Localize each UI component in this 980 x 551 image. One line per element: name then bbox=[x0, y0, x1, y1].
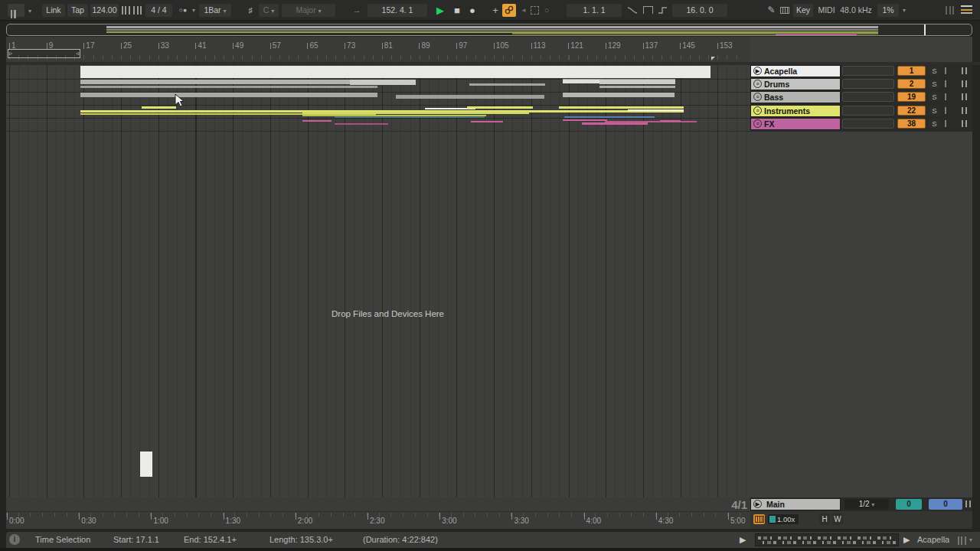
groove-bars-icon[interactable] bbox=[133, 6, 142, 15]
track-header-row[interactable]: ≡Drums2S bbox=[750, 78, 972, 90]
stop-button[interactable]: ■ bbox=[451, 4, 463, 17]
session-link-button[interactable] bbox=[502, 4, 516, 17]
scale-name-menu[interactable]: Major ▾ bbox=[282, 4, 335, 17]
groove-bars-icon[interactable] bbox=[122, 6, 130, 15]
arrangement-clip[interactable] bbox=[467, 106, 533, 109]
group-fold-icon[interactable]: ≡ bbox=[753, 80, 762, 88]
optimize-height-button[interactable]: H bbox=[819, 514, 830, 525]
solo-button[interactable]: S bbox=[929, 92, 940, 102]
arrangement-clip[interactable] bbox=[80, 93, 377, 97]
arrangement-clip[interactable] bbox=[559, 106, 684, 109]
loop-toggle-icon[interactable]: ○ bbox=[542, 4, 551, 17]
automation-box[interactable] bbox=[842, 92, 894, 102]
automation-box[interactable] bbox=[842, 119, 894, 129]
arrangement-clip[interactable] bbox=[628, 109, 684, 111]
chevron-down-icon[interactable]: ▾ bbox=[969, 536, 972, 543]
solo-button[interactable]: S bbox=[929, 106, 940, 116]
draw-mode-button[interactable]: ✎ bbox=[766, 4, 777, 17]
automation-box[interactable] bbox=[842, 79, 894, 89]
levels-icon[interactable] bbox=[958, 536, 966, 545]
group-fold-icon[interactable]: ≡ bbox=[753, 93, 762, 101]
arrangement-clip[interactable] bbox=[302, 112, 529, 114]
preview-play-button[interactable]: ▶ bbox=[740, 532, 746, 548]
arrangement-clip[interactable] bbox=[599, 86, 675, 88]
main-routing-menu[interactable]: 1/2 ▾ bbox=[844, 499, 889, 510]
metronome-button[interactable]: ○● bbox=[175, 4, 191, 17]
track-input-number[interactable]: 38 bbox=[897, 119, 926, 129]
play-button[interactable]: ▶ bbox=[433, 4, 447, 17]
cpu-meter[interactable]: 1% bbox=[877, 4, 899, 17]
arrangement-clip[interactable] bbox=[563, 119, 607, 121]
tap-tempo-button[interactable]: Tap bbox=[67, 4, 88, 17]
back-to-arrangement-icon[interactable]: ◄ bbox=[519, 4, 528, 17]
chevron-down-icon[interactable]: ▾ bbox=[192, 7, 195, 14]
time-signature-field[interactable]: 4 / 4 bbox=[145, 4, 172, 17]
track-name[interactable]: ≡Instruments bbox=[750, 105, 841, 117]
arrangement-clip[interactable] bbox=[582, 122, 648, 125]
chevron-down-icon[interactable]: ▾ bbox=[903, 7, 906, 14]
track-name[interactable]: ≡FX bbox=[750, 118, 841, 130]
arrangement-area[interactable] bbox=[6, 65, 750, 497]
arrangement-overview[interactable] bbox=[6, 24, 972, 36]
track-header-row[interactable]: ▶Acapella1S bbox=[750, 65, 972, 77]
tempo-field[interactable]: 124.00 bbox=[90, 4, 119, 17]
main-menu-button[interactable] bbox=[961, 5, 972, 14]
track-header-row[interactable]: ≡Bass19S bbox=[750, 91, 972, 103]
punch-icon[interactable] bbox=[658, 6, 668, 15]
scale-icon[interactable]: ♯ bbox=[245, 4, 256, 17]
midi-map-button[interactable]: MIDI bbox=[816, 4, 837, 17]
arrangement-clip[interactable] bbox=[80, 80, 377, 84]
clip-play-button[interactable]: ▶ bbox=[903, 532, 910, 548]
track-input-number[interactable]: 1 bbox=[897, 66, 926, 76]
arrangement-clip[interactable] bbox=[142, 106, 176, 109]
track-header-row[interactable]: ≡FX38S bbox=[750, 118, 972, 130]
loop-length-field[interactable]: 16. 0. 0 bbox=[672, 4, 727, 17]
time-ruler[interactable]: 0:000:301:001:302:002:303:003:304:004:30… bbox=[6, 511, 750, 529]
automation-box[interactable] bbox=[842, 106, 894, 116]
loop-end-icon[interactable]: ◃ bbox=[76, 50, 79, 57]
link-button[interactable]: Link bbox=[42, 4, 65, 17]
loop-region-marker[interactable]: ▹ ◃ bbox=[8, 49, 80, 58]
track-name[interactable]: ≡Bass bbox=[750, 91, 841, 103]
main-pan-knob[interactable]: 0 bbox=[896, 499, 922, 510]
solo-button[interactable]: S bbox=[929, 119, 940, 129]
arrangement-clip[interactable] bbox=[563, 93, 675, 97]
quantize-menu[interactable]: 1Bar ▾ bbox=[199, 4, 231, 17]
arrangement-clip[interactable] bbox=[335, 123, 388, 125]
track-input-number[interactable]: 22 bbox=[897, 106, 926, 116]
arrangement-position-field[interactable]: 152. 4. 1 bbox=[368, 4, 427, 17]
arrangement-clip[interactable] bbox=[80, 66, 710, 78]
loop-start-field[interactable]: 1. 1. 1 bbox=[567, 4, 622, 17]
track-input-number[interactable]: 2 bbox=[897, 79, 926, 89]
loop-region-icon[interactable] bbox=[643, 6, 653, 14]
arrangement-clip[interactable] bbox=[350, 80, 416, 85]
follow-tempo-button[interactable] bbox=[753, 514, 765, 524]
track-name[interactable]: ▶Acapella bbox=[750, 65, 841, 77]
group-fold-icon[interactable]: ≡ bbox=[753, 119, 762, 128]
window-options-button[interactable]: ▾ bbox=[8, 4, 24, 17]
playback-speed-box[interactable]: 1.00x bbox=[768, 514, 799, 524]
optimize-width-button[interactable]: W bbox=[832, 514, 843, 525]
track-header-row[interactable]: ≡Instruments22S bbox=[750, 105, 972, 117]
draw-region-icon[interactable] bbox=[531, 6, 539, 15]
arrangement-clip[interactable] bbox=[396, 95, 544, 99]
solo-button[interactable]: S bbox=[929, 66, 940, 76]
arrangement-clip[interactable] bbox=[140, 452, 152, 477]
key-map-button[interactable]: Key bbox=[793, 4, 813, 17]
track-name[interactable]: ≡Drums bbox=[750, 78, 841, 90]
arrangement-clip[interactable] bbox=[469, 83, 545, 86]
automation-curve-icon[interactable] bbox=[627, 6, 638, 15]
add-scene-button[interactable]: + bbox=[490, 4, 501, 17]
preview-waveform[interactable] bbox=[755, 533, 899, 546]
play-circle-icon[interactable]: ▶ bbox=[753, 67, 762, 75]
track-input-number[interactable]: 19 bbox=[897, 92, 926, 102]
loop-start-icon[interactable]: ▹ bbox=[9, 50, 12, 57]
chevron-down-icon[interactable]: ▾ bbox=[28, 5, 31, 18]
automation-box[interactable] bbox=[842, 66, 894, 76]
record-button[interactable]: ● bbox=[466, 4, 479, 17]
arrangement-clip[interactable] bbox=[660, 120, 681, 122]
arrangement-clip[interactable] bbox=[605, 121, 697, 122]
info-icon[interactable]: i bbox=[9, 534, 20, 545]
arrangement-clip[interactable] bbox=[599, 79, 675, 84]
follow-button[interactable]: → bbox=[351, 4, 363, 17]
